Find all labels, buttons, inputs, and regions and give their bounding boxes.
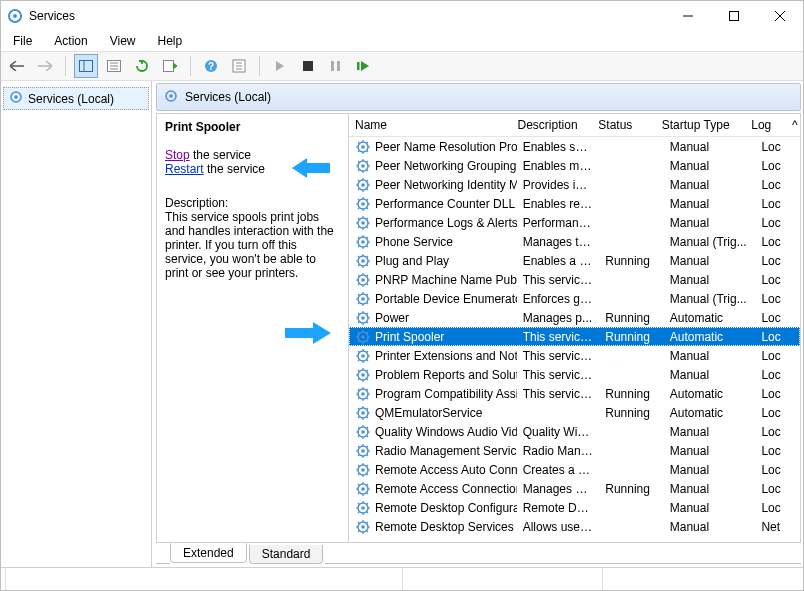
pause-service-button[interactable] — [324, 54, 348, 78]
service-row[interactable]: PNRP Machine Name Publi...This service .… — [349, 270, 800, 289]
console-tree: Services (Local) — [1, 81, 152, 567]
service-description-cell: Radio Mana... — [517, 444, 600, 458]
service-row[interactable]: Performance Logs & AlertsPerformanc...Ma… — [349, 213, 800, 232]
svg-rect-27 — [337, 61, 340, 71]
export-list-button[interactable] — [158, 54, 182, 78]
description-label: Description: — [165, 196, 340, 210]
column-header-logon[interactable]: Log — [745, 118, 789, 132]
service-row[interactable]: Phone ServiceManages th...Manual (Trig..… — [349, 232, 800, 251]
minimize-button[interactable] — [665, 1, 711, 31]
service-row[interactable]: Remote Desktop ServicesAllows user...Man… — [349, 517, 800, 536]
menu-file[interactable]: File — [9, 32, 36, 50]
statusbar — [1, 567, 803, 590]
service-row[interactable]: Peer Networking GroupingEnables mul...Ma… — [349, 156, 800, 175]
toolbar-separator — [65, 56, 66, 76]
service-gear-icon — [355, 291, 371, 307]
service-startup-cell: Manual — [664, 444, 756, 458]
services-tree-icon — [8, 89, 24, 108]
services-list: Name Description Status Startup Type Log… — [348, 114, 800, 542]
service-row[interactable]: Print SpoolerThis service ...RunningAuto… — [349, 327, 800, 346]
service-gear-icon — [355, 519, 371, 535]
show-hide-tree-button[interactable] — [74, 54, 98, 78]
tab-standard[interactable]: Standard — [249, 545, 324, 564]
service-row[interactable]: Quality Windows Audio Vid...Quality Win.… — [349, 422, 800, 441]
service-row[interactable]: Peer Networking Identity M...Provides id… — [349, 175, 800, 194]
svg-rect-7 — [730, 12, 739, 21]
service-row[interactable]: Remote Access Connection...Manages di...… — [349, 479, 800, 498]
service-row[interactable]: Portable Device Enumerator...Enforces gr… — [349, 289, 800, 308]
svg-line-63 — [358, 188, 360, 190]
column-header-description[interactable]: Description — [512, 118, 593, 132]
svg-line-222 — [367, 492, 369, 494]
nav-forward-button[interactable] — [33, 54, 57, 78]
nav-back-button[interactable] — [5, 54, 29, 78]
menu-view[interactable]: View — [106, 32, 140, 50]
svg-rect-28 — [357, 62, 360, 70]
service-row[interactable]: Problem Reports and Soluti...This servic… — [349, 365, 800, 384]
selected-service-name: Print Spooler — [165, 120, 340, 134]
service-row[interactable]: Plug and PlayEnables a c...RunningManual… — [349, 251, 800, 270]
column-overflow-indicator: ^ — [790, 118, 800, 132]
tab-extended[interactable]: Extended — [170, 543, 247, 563]
svg-line-42 — [367, 150, 369, 152]
service-description-cell: Performanc... — [517, 216, 600, 230]
svg-point-186 — [361, 430, 365, 434]
column-header-status[interactable]: Status — [592, 118, 655, 132]
toolbar: ? — [1, 51, 803, 81]
service-row[interactable]: Remote Access Auto Conne...Creates a co.… — [349, 460, 800, 479]
stop-service-link[interactable]: Stop — [165, 148, 190, 162]
start-service-button[interactable] — [268, 54, 292, 78]
service-gear-icon — [355, 481, 371, 497]
service-gear-icon — [355, 177, 371, 193]
svg-line-121 — [358, 294, 360, 296]
help-index-button[interactable] — [227, 54, 251, 78]
service-row[interactable]: PowerManages p...RunningAutomaticLoc — [349, 308, 800, 327]
service-row[interactable]: Printer Extensions and Notif...This serv… — [349, 346, 800, 365]
close-button[interactable] — [757, 1, 803, 31]
menu-action[interactable]: Action — [50, 32, 91, 50]
service-name-cell: Remote Access Connection... — [375, 482, 517, 496]
service-logon-cell: Loc — [755, 444, 800, 458]
service-gear-icon — [355, 196, 371, 212]
details-body: Print Spooler Stop the service Restart t… — [156, 113, 801, 543]
maximize-button[interactable] — [711, 1, 757, 31]
service-row[interactable]: Remote Desktop Configurat...Remote Des..… — [349, 498, 800, 517]
service-description-cell: This service ... — [517, 349, 600, 363]
service-description-cell: This service ... — [517, 330, 600, 344]
service-logon-cell: Loc — [755, 159, 800, 173]
svg-line-53 — [358, 169, 360, 171]
service-logon-cell: Loc — [755, 406, 800, 420]
service-row[interactable]: Program Compatibility Assi...This servic… — [349, 384, 800, 403]
service-row[interactable]: Peer Name Resolution Prot...Enables serv… — [349, 137, 800, 156]
menu-help[interactable]: Help — [154, 32, 187, 50]
service-row[interactable]: Radio Management ServiceRadio Mana...Man… — [349, 441, 800, 460]
list-body[interactable]: Peer Name Resolution Prot...Enables serv… — [349, 137, 800, 542]
svg-line-142 — [367, 340, 369, 342]
refresh-button[interactable] — [130, 54, 154, 78]
restart-service-button[interactable] — [352, 54, 376, 78]
details-header-icon — [163, 88, 179, 107]
stop-service-button[interactable] — [296, 54, 320, 78]
service-startup-cell: Manual — [664, 520, 756, 534]
column-header-name[interactable]: Name — [349, 118, 512, 132]
service-startup-cell: Manual — [664, 178, 756, 192]
service-logon-cell: Loc — [755, 387, 800, 401]
service-name-cell: Performance Logs & Alerts — [375, 216, 517, 230]
svg-point-33 — [169, 94, 173, 98]
tree-item-services-local[interactable]: Services (Local) — [3, 87, 149, 110]
service-status-cell: Running — [599, 254, 664, 268]
help-button[interactable]: ? — [199, 54, 223, 78]
service-row[interactable]: Performance Counter DLL ...Enables rem..… — [349, 194, 800, 213]
column-header-startup[interactable]: Startup Type — [656, 118, 746, 132]
service-logon-cell: Loc — [755, 273, 800, 287]
window-title: Services — [29, 9, 665, 23]
svg-line-112 — [367, 283, 369, 285]
svg-line-242 — [367, 530, 369, 532]
service-logon-cell: Loc — [755, 330, 800, 344]
properties-button[interactable] — [102, 54, 126, 78]
svg-line-164 — [367, 370, 369, 372]
service-row[interactable]: QMEmulatorServiceRunningAutomaticLoc — [349, 403, 800, 422]
service-startup-cell: Manual — [664, 501, 756, 515]
svg-point-146 — [361, 354, 365, 358]
restart-service-link[interactable]: Restart — [165, 162, 204, 176]
